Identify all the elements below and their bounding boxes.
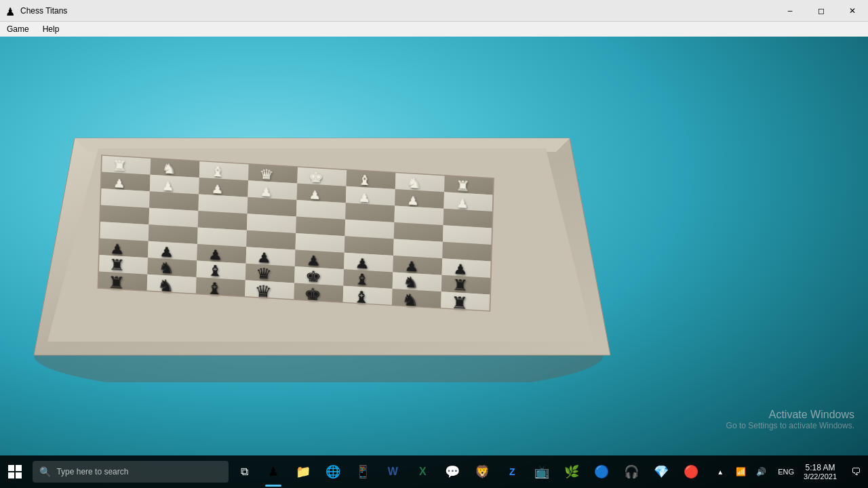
red-app-icon: 🔴 [684, 464, 698, 479]
svg-text:♟: ♟ [257, 249, 272, 266]
svg-text:♞: ♞ [403, 273, 420, 291]
tray-icons: ▲ 📶 🔊 [706, 455, 775, 488]
taskbar-app-word[interactable]: W [378, 455, 408, 488]
svg-text:♟: ♟ [404, 258, 419, 274]
svg-text:♟: ♟ [407, 194, 420, 207]
taskbar-app-red[interactable]: 🔴 [676, 455, 706, 488]
clock-date: 3/22/2021 [804, 472, 837, 481]
svg-rect-33 [296, 217, 345, 237]
svg-rect-24 [248, 197, 297, 217]
svg-text:♛: ♛ [259, 167, 274, 183]
chevron-up-icon: ▲ [717, 468, 724, 476]
search-placeholder-text: Type here to search [56, 467, 128, 476]
taskbar-app-excel[interactable]: X [408, 455, 437, 488]
svg-rect-39 [197, 228, 247, 247]
svg-rect-38 [149, 224, 198, 244]
svg-text:♜: ♜ [455, 178, 470, 195]
svg-text:♟: ♟ [162, 180, 175, 193]
svg-text:♟: ♟ [453, 261, 468, 277]
task-view-button[interactable]: ⧉ [231, 455, 259, 488]
svg-rect-23 [198, 195, 248, 214]
menu-game[interactable]: Game [0, 23, 36, 35]
chess-board-3d[interactable]: ♜ ♞ ♝ ♛ ♚ ♝ ♞ ♜ ♟ ♟ ♟ ♟ ♟ ♟ ♟ ♟ ♟ ♟ [27, 57, 617, 382]
taskbar-app-gem[interactable]: 💎 [646, 455, 676, 488]
taskbar-app-green[interactable]: 🌿 [557, 455, 587, 488]
svg-text:♝: ♝ [354, 270, 371, 288]
taskbar-app-headphones[interactable]: 🎧 [616, 455, 646, 488]
explorer-icon: 📁 [296, 464, 311, 479]
svg-text:♟: ♟ [306, 252, 321, 268]
svg-text:♞: ♞ [158, 258, 175, 277]
svg-text:♟: ♟ [309, 188, 322, 201]
svg-text:♟: ♟ [358, 191, 371, 205]
svg-text:♜: ♜ [452, 276, 469, 294]
svg-text:♞: ♞ [161, 161, 176, 177]
minimize-button[interactable]: – [774, 0, 806, 22]
svg-text:♚: ♚ [309, 169, 323, 186]
green-app-icon: 🌿 [564, 464, 579, 479]
menu-help[interactable]: Help [36, 23, 66, 35]
svg-text:♟: ♟ [113, 176, 126, 190]
tray-chevron[interactable]: ▲ [711, 455, 729, 488]
svg-rect-25 [296, 200, 346, 220]
notification-center[interactable]: 🗨 [844, 455, 868, 488]
taskbar: 🔍 Type here to search ⧉ ♟ 📁 🌐 📱 W X 💬 🦁 [0, 455, 868, 488]
svg-text:♟: ♟ [355, 256, 370, 272]
svg-text:♜: ♜ [108, 256, 125, 274]
taskbar-app-media[interactable]: 📱 [348, 455, 378, 488]
taskbar-apps: ♟ 📁 🌐 📱 W X 💬 🦁 Z 📺 🌿 [258, 455, 706, 488]
activate-windows-subtitle: Go to Settings to activate Windows. [726, 421, 854, 430]
taskbar-app-zoom[interactable]: Z [497, 455, 527, 488]
windows-logo [8, 465, 22, 479]
media-icon: 📱 [355, 464, 370, 479]
taskbar-app-chess[interactable]: ♟ [258, 455, 288, 488]
headphones-icon: 🎧 [624, 464, 639, 479]
tray-wifi[interactable]: 📶 [732, 455, 749, 488]
svg-rect-21 [100, 188, 150, 208]
svg-rect-43 [393, 239, 443, 259]
tray-volume[interactable]: 🔊 [752, 455, 770, 488]
svg-text:♟: ♟ [456, 197, 469, 210]
taskbar-app-edge[interactable]: 🌐 [318, 455, 348, 488]
taskbar-app-tv[interactable]: 📺 [527, 455, 557, 488]
activate-windows-notice: Activate Windows Go to Settings to activ… [726, 409, 854, 430]
svg-rect-26 [345, 203, 395, 222]
svg-rect-40 [246, 230, 296, 250]
svg-text:♟: ♟ [208, 247, 223, 263]
svg-text:♟: ♟ [110, 241, 125, 257]
edge-icon: 🌐 [326, 464, 340, 479]
svg-text:♜: ♜ [113, 158, 127, 174]
svg-rect-28 [443, 209, 493, 228]
task-view-icon: ⧉ [241, 466, 248, 478]
clock-time: 5:18 AM [806, 463, 835, 472]
taskbar-app-explorer[interactable]: 📁 [288, 455, 318, 488]
svg-rect-41 [296, 233, 345, 253]
volume-icon: 🔊 [756, 467, 766, 476]
whatsapp-icon: 💬 [445, 464, 460, 479]
language-indicator[interactable]: ENG [775, 468, 797, 476]
search-icon: 🔍 [39, 466, 51, 477]
menu-bar: Game Help [0, 22, 868, 37]
close-button[interactable]: ✕ [837, 0, 868, 22]
svg-rect-35 [394, 222, 443, 242]
svg-rect-29 [100, 205, 149, 225]
svg-text:♟: ♟ [260, 185, 273, 199]
taskbar-search[interactable]: 🔍 Type here to search [33, 461, 228, 483]
restore-button[interactable]: ◻ [806, 0, 837, 22]
taskbar-app-blue[interactable]: 🔵 [587, 455, 616, 488]
zoom-icon: Z [509, 466, 515, 477]
title-bar: ♟ Chess Titans – ◻ ✕ [0, 0, 868, 22]
svg-rect-44 [442, 242, 492, 262]
system-tray: ▲ 📶 🔊 ENG 5:18 AM 3/22/2021 🗨 [706, 455, 868, 488]
taskbar-app-brave[interactable]: 🦁 [467, 455, 497, 488]
svg-rect-31 [198, 211, 248, 230]
svg-text:♟: ♟ [159, 244, 174, 260]
excel-icon: X [419, 466, 427, 478]
svg-rect-27 [394, 206, 443, 226]
taskbar-app-whatsapp[interactable]: 💬 [437, 455, 467, 488]
gem-icon: 💎 [654, 464, 669, 479]
system-clock[interactable]: 5:18 AM 3/22/2021 [797, 455, 844, 488]
title-bar-controls: – ◻ ✕ [774, 0, 868, 21]
start-button[interactable] [0, 455, 30, 488]
activate-windows-title: Activate Windows [726, 409, 854, 421]
